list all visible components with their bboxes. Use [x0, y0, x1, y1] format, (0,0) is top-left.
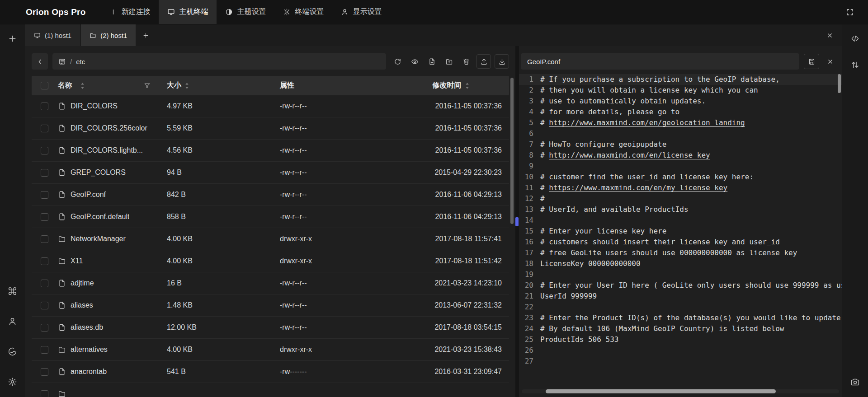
close-icon: [826, 32, 833, 39]
select-all-checkbox[interactable]: [41, 82, 48, 89]
swirl-icon: [8, 347, 17, 356]
menu-item-terminal-settings[interactable]: 终端设置: [274, 0, 332, 24]
settings-button[interactable]: [5, 374, 21, 390]
row-checkbox[interactable]: [41, 169, 48, 177]
file-row[interactable]: DIR_COLORS.256color 5.59 KB -rw-r--r-- 2…: [32, 117, 509, 140]
row-checkbox[interactable]: [41, 324, 48, 332]
download-button[interactable]: [495, 54, 509, 69]
editor-content[interactable]: 1 # If you purchase a subscription to th…: [519, 74, 842, 397]
row-checkbox[interactable]: [41, 125, 48, 132]
refresh-button[interactable]: [391, 55, 404, 68]
editor-close-button[interactable]: [824, 58, 836, 65]
file-row[interactable]: NetworkManager 4.00 KB drwxr-xr-x 2017-0…: [32, 228, 509, 250]
about-button[interactable]: [5, 343, 21, 360]
new-file-button[interactable]: [425, 55, 439, 68]
plus-icon: [8, 34, 17, 43]
row-checkbox[interactable]: [41, 257, 48, 265]
editor-line: 10 # customer find the user_id and licen…: [519, 172, 842, 182]
app-logo-icon: [7, 5, 21, 19]
swap-icon: [850, 60, 860, 70]
toggle-hidden-button[interactable]: [408, 55, 421, 68]
row-checkbox[interactable]: [41, 302, 48, 309]
close-panel-button[interactable]: [818, 24, 842, 46]
app-body: (1) host1 (2) host1: [0, 24, 868, 397]
theme-icon: [225, 8, 233, 16]
tab-2[interactable]: (2) host1: [81, 24, 136, 46]
file-row[interactable]: GeoIP.conf 842 B -rw-r--r-- 2016-11-06 0…: [32, 184, 509, 206]
link-text[interactable]: http://www.maxmind.com/en/license_key: [549, 151, 710, 159]
delete-button[interactable]: [459, 55, 473, 68]
line-content: # customers should insert their license …: [533, 237, 842, 248]
filter-icon[interactable]: [144, 82, 151, 89]
row-checkbox[interactable]: [41, 368, 48, 376]
file-row[interactable]: DIR_COLORS 4.97 KB -rw-r--r-- 2016-11-05…: [32, 95, 509, 117]
file-attr: -rw-------: [280, 368, 307, 376]
file-attr: -rw-r--r--: [280, 301, 307, 309]
row-checkbox[interactable]: [41, 235, 48, 243]
save-icon: [808, 58, 815, 65]
screenshot-button[interactable]: [847, 374, 863, 390]
file-icon: [58, 102, 66, 110]
file-size: 4.00 KB: [167, 346, 193, 354]
menu-item-display-settings[interactable]: 显示设置: [332, 0, 390, 24]
file-row[interactable]: aliases.db 12.00 KB -rw-r--r-- 2017-08-1…: [32, 317, 509, 339]
row-checkbox[interactable]: [41, 280, 48, 287]
editor-hscrollbar[interactable]: [546, 389, 776, 393]
file-row[interactable]: anacrontab 541 B -rw------- 2016-03-31 2…: [32, 361, 509, 383]
new-folder-button[interactable]: [442, 55, 456, 68]
editor-vscrollbar[interactable]: [838, 74, 841, 93]
tab-1[interactable]: (1) host1: [25, 24, 80, 46]
add-tab-button[interactable]: [136, 24, 156, 46]
menu-item-new-connection[interactable]: 新建连接: [101, 0, 159, 24]
back-button[interactable]: [32, 53, 48, 70]
file-name: GREP_COLORS: [71, 168, 126, 177]
add-button[interactable]: [5, 30, 21, 47]
link-text[interactable]: https://www.maxmind.com/en/my_license_ke…: [549, 183, 727, 192]
line-number: 20: [519, 280, 533, 291]
file-mtime: 2017-08-18 11:57:41: [435, 235, 502, 243]
path-segment[interactable]: etc: [76, 58, 85, 65]
users-button[interactable]: [5, 313, 21, 329]
file-row[interactable]: GREP_COLORS 94 B -rw-r--r-- 2015-04-29 2…: [32, 162, 509, 184]
file-row[interactable]: GeoIP.conf.default 858 B -rw-r--r-- 2016…: [32, 206, 509, 228]
file-row[interactable]: X11 4.00 KB drwxr-xr-x 2017-08-18 11:51:…: [32, 250, 509, 272]
row-checkbox[interactable]: [41, 390, 48, 397]
row-checkbox[interactable]: [41, 346, 48, 354]
link-text[interactable]: http://www.maxmind.com/en/geolocation_la…: [549, 118, 745, 127]
camera-icon: [850, 377, 860, 387]
column-size-label: 大小: [167, 81, 181, 90]
sort-size-icon[interactable]: [184, 82, 189, 89]
save-button[interactable]: [804, 54, 819, 69]
file-row[interactable]: DIR_COLORS.lightb... 4.56 KB -rw-r--r-- …: [32, 140, 509, 162]
row-checkbox[interactable]: [41, 103, 48, 110]
file-icon: [58, 279, 66, 287]
path-breadcrumb[interactable]: / etc: [52, 53, 386, 70]
menu-item-host-terminal[interactable]: 主机终端: [159, 0, 217, 24]
shortcuts-button[interactable]: [5, 283, 21, 299]
file-icon: [58, 168, 66, 177]
app-root: Orion Ops Pro 新建连接 主机终端 主题设置 终端设置 显示设置: [0, 0, 868, 397]
row-checkbox[interactable]: [41, 147, 48, 154]
line-number: 19: [519, 269, 533, 280]
file-mtime: 2021-03-23 15:38:43: [434, 346, 502, 354]
file-row[interactable]: alternatives 4.00 KB drwxr-xr-x 2021-03-…: [32, 339, 509, 361]
editor-view-button[interactable]: [847, 30, 863, 47]
menu-item-theme-settings[interactable]: 主题设置: [217, 0, 274, 24]
sort-panels-button[interactable]: [847, 56, 863, 73]
editor-line: 8 # http://www.maxmind.com/en/license_ke…: [519, 150, 842, 161]
file-row[interactable]: adjtime 16 B -rw-r--r-- 2021-03-23 14:23…: [32, 272, 509, 294]
fullscreen-button[interactable]: [842, 4, 858, 20]
sort-name-icon[interactable]: [80, 82, 85, 89]
sort-mtime-icon[interactable]: [465, 82, 470, 89]
file-list-scrollbar[interactable]: [510, 78, 514, 224]
eye-icon: [411, 58, 419, 65]
row-checkbox[interactable]: [41, 213, 48, 221]
line-content: # use to automatically obtain updates.: [533, 96, 842, 107]
file-row[interactable]: aliases 1.48 KB -rw-r--r-- 2013-06-07 22…: [32, 294, 509, 317]
editor-line: 4 # for more details, please go to: [519, 107, 842, 117]
line-content: [533, 345, 842, 356]
upload-button[interactable]: [476, 54, 491, 69]
file-row[interactable]: [32, 383, 509, 397]
row-checkbox[interactable]: [41, 191, 48, 199]
splitter-handle[interactable]: [515, 217, 519, 226]
